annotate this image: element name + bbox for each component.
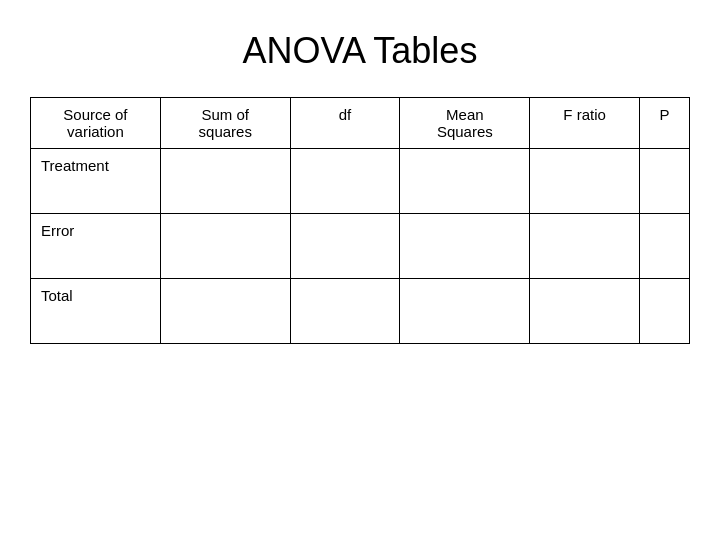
row-treatment-label: Treatment <box>31 149 161 214</box>
row-treatment-df <box>290 149 400 214</box>
row-treatment-p <box>640 149 690 214</box>
row-treatment-mean <box>400 149 530 214</box>
page-title: ANOVA Tables <box>243 30 478 72</box>
row-total-sum <box>160 279 290 344</box>
header-fratio: F ratio <box>530 98 640 149</box>
anova-table: Source ofvariation Sum ofsquares df Mean… <box>30 97 690 344</box>
row-total-df <box>290 279 400 344</box>
header-p: P <box>640 98 690 149</box>
row-total-p <box>640 279 690 344</box>
row-treatment-sum <box>160 149 290 214</box>
header-mean: MeanSquares <box>400 98 530 149</box>
header-sum: Sum ofsquares <box>160 98 290 149</box>
row-error-p <box>640 214 690 279</box>
table-row: Total <box>31 279 690 344</box>
row-error-sum <box>160 214 290 279</box>
row-error-df <box>290 214 400 279</box>
row-error-label: Error <box>31 214 161 279</box>
header-source: Source ofvariation <box>31 98 161 149</box>
row-total-mean <box>400 279 530 344</box>
header-row: Source ofvariation Sum ofsquares df Mean… <box>31 98 690 149</box>
header-df: df <box>290 98 400 149</box>
row-error-mean <box>400 214 530 279</box>
row-error-fratio <box>530 214 640 279</box>
table-row: Error <box>31 214 690 279</box>
table-row: Treatment <box>31 149 690 214</box>
row-total-label: Total <box>31 279 161 344</box>
row-treatment-fratio <box>530 149 640 214</box>
row-total-fratio <box>530 279 640 344</box>
